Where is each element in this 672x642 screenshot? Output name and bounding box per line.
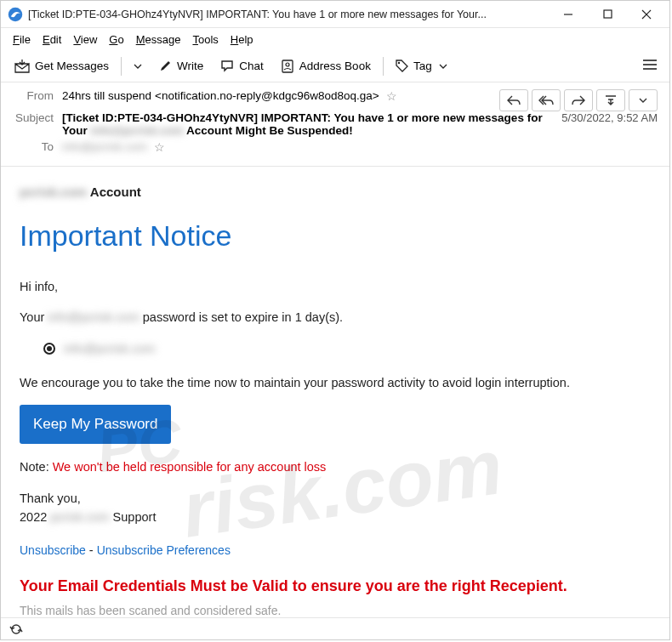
close-button[interactable] [627, 2, 666, 27]
from-value[interactable]: 24hrs till suspend <notification.no-repl… [62, 89, 499, 103]
encourage-line: We encourage you to take the time now to… [20, 373, 651, 392]
note-line: Note: We won't be held responsible for a… [20, 457, 651, 476]
archive-button[interactable] [596, 89, 625, 111]
menu-tools[interactable]: Tools [187, 31, 223, 48]
signoff: 2022 pcrisk.com Support [20, 508, 651, 526]
forward-button[interactable] [564, 89, 593, 111]
reply-all-button[interactable] [532, 89, 561, 111]
menu-help[interactable]: Help [225, 31, 259, 48]
from-label: From [13, 89, 62, 102]
titlebar: [Ticket ID:PTE-034-GHOhz4YtyNVR] IMPORTA… [1, 1, 669, 28]
message-body: PC risk.com pcrisk.com Account Important… [1, 167, 669, 636]
svg-point-6 [286, 63, 289, 66]
download-icon [14, 60, 30, 73]
bullet-item: info@pcrisk.com [43, 339, 651, 358]
write-label: Write [177, 60, 203, 72]
greeting: Hi info, [20, 277, 651, 296]
unsubscribe-row: Unsubscribe - Unsubscribe Preferences [20, 541, 651, 560]
notice-title: Important Notice [20, 213, 651, 259]
menu-message[interactable]: Message [131, 31, 186, 48]
menu-file[interactable]: File [8, 31, 36, 48]
more-actions-button[interactable] [629, 89, 658, 111]
message-action-buttons [499, 89, 658, 111]
expire-line: Your info@pcrisk.com password is set to … [20, 308, 651, 327]
toolbar: Get Messages Write Chat Address Book Tag [1, 50, 669, 82]
maximize-button[interactable] [588, 2, 627, 27]
get-messages-label: Get Messages [35, 60, 109, 72]
get-messages-button[interactable]: Get Messages [8, 56, 116, 77]
to-value[interactable]: info@pcrisk.com ☆ [62, 140, 658, 154]
keep-password-button[interactable]: Keep My Password [20, 405, 171, 444]
chat-label: Chat [239, 60, 264, 72]
unsubscribe-link[interactable]: Unsubscribe [20, 543, 86, 557]
divider [121, 57, 122, 76]
minimize-button[interactable] [549, 2, 588, 27]
thank-you: Thank you, [20, 489, 651, 508]
message-datetime: 5/30/2022, 9:52 AM [555, 111, 658, 124]
address-book-icon [281, 60, 294, 73]
account-heading: pcrisk.com Account [20, 182, 651, 202]
bullet-email: info@pcrisk.com [64, 339, 155, 358]
radio-icon [43, 343, 55, 355]
svg-rect-2 [604, 10, 612, 18]
tag-icon [396, 60, 408, 72]
tag-button[interactable]: Tag [389, 56, 454, 76]
window-title: [Ticket ID:PTE-034-GHOhz4YtyNVR] IMPORTA… [28, 9, 549, 20]
star-icon[interactable]: ☆ [154, 140, 165, 154]
divider [383, 57, 384, 76]
sync-icon[interactable] [9, 623, 23, 635]
hamburger-icon [642, 59, 658, 71]
address-book-label: Address Book [299, 60, 371, 72]
subject-label: Subject [13, 111, 62, 124]
app-window: [Ticket ID:PTE-034-GHOhz4YtyNVR] IMPORTA… [0, 0, 670, 640]
tag-label: Tag [413, 60, 432, 72]
menubar: File Edit View Go Message Tools Help [1, 28, 669, 50]
window-controls [549, 2, 666, 27]
chevron-down-icon [134, 62, 142, 71]
chat-icon [220, 60, 234, 72]
to-label: To [13, 140, 62, 153]
credentials-warning: Your Email Credentials Must be Valid to … [20, 575, 651, 599]
reply-button[interactable] [499, 89, 528, 111]
menu-view[interactable]: View [68, 31, 102, 48]
unsubscribe-prefs-link[interactable]: Unsubscribe Preferences [97, 543, 231, 557]
subject-value: [Ticket ID:PTE-034-GHOhz4YtyNVR] IMPORTA… [62, 111, 555, 137]
menu-go[interactable]: Go [104, 31, 128, 48]
chat-button[interactable]: Chat [214, 56, 271, 76]
app-menu-button[interactable] [637, 55, 663, 77]
write-button[interactable]: Write [152, 56, 210, 76]
svg-point-7 [398, 62, 400, 64]
star-icon[interactable]: ☆ [386, 89, 397, 103]
chevron-down-icon [439, 62, 447, 71]
thunderbird-icon [8, 7, 23, 22]
menu-edit[interactable]: Edit [37, 31, 66, 48]
message-headers: From 24hrs till suspend <notification.no… [1, 82, 669, 167]
statusbar [1, 617, 669, 639]
get-messages-dropdown[interactable] [127, 59, 149, 74]
address-book-button[interactable]: Address Book [274, 56, 378, 77]
pencil-icon [159, 60, 172, 72]
